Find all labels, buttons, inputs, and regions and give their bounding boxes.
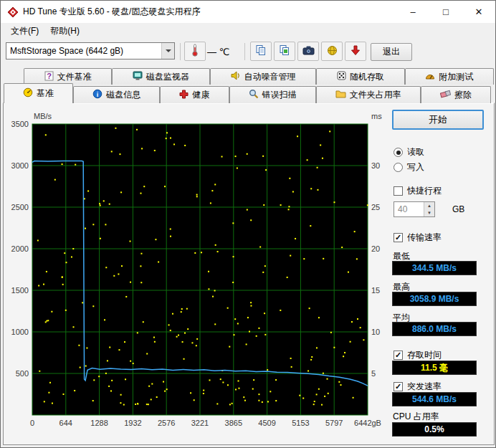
access-time-dot	[356, 258, 358, 259]
tab-erase[interactable]: 擦除	[421, 86, 491, 103]
access-time-dot	[291, 366, 292, 368]
access-time-dot	[259, 247, 261, 248]
menu-help[interactable]: 帮助(H)	[45, 24, 85, 39]
spinner-down-button[interactable]: ▼	[424, 209, 434, 216]
cpu-usage-label: CPU 占用率	[393, 411, 439, 423]
access-time-dot	[238, 388, 239, 389]
minimize-button[interactable]: –	[396, 1, 429, 23]
window-title: HD Tune 专业版 5.60 - 硬盘/固态硬盘实用程序	[23, 6, 200, 18]
access-time-dot	[220, 378, 221, 380]
access-time-dot	[51, 311, 52, 313]
access-time-dot	[170, 138, 171, 139]
access-time-dot	[164, 186, 166, 187]
exit-button[interactable]: 退出	[371, 43, 412, 61]
shortstroke-checkbox[interactable]: 快捷行程	[394, 185, 442, 197]
access-time-dot	[256, 335, 257, 337]
access-time-dot	[252, 389, 254, 390]
update-button[interactable]	[345, 42, 366, 61]
access-time-dot	[124, 341, 125, 343]
start-button[interactable]: 开始	[392, 110, 484, 130]
access-time-dot	[115, 128, 116, 129]
access-time-dot	[65, 262, 67, 263]
access-time-dot	[123, 404, 125, 406]
access-time-dot	[309, 308, 310, 309]
tab-health[interactable]: 健康	[160, 86, 229, 103]
x-axis-tick: 1932	[124, 419, 141, 427]
chart-canvas: MB/sms3500300025002000150010005003025201…	[8, 108, 391, 442]
spinner-up-button[interactable]: ▲	[424, 202, 434, 209]
x-axis-tick: 5797	[325, 419, 343, 427]
access-time-dot	[52, 403, 53, 404]
access-time-dot	[143, 321, 144, 323]
access-time-dot	[246, 343, 247, 345]
access-time-dot	[120, 191, 122, 193]
red-download-arrow-icon	[350, 45, 361, 58]
access-time-dot	[344, 352, 345, 353]
menu-file[interactable]: 文件(F)	[6, 24, 44, 39]
access-time-dot	[262, 401, 263, 403]
tab-extra-tests[interactable]: 附加测试	[405, 68, 494, 85]
access-time-dot	[314, 401, 315, 402]
close-button[interactable]: ✕	[462, 1, 495, 23]
access-time-dot	[307, 370, 309, 371]
access-time-dot	[262, 156, 264, 157]
access-time-dot	[86, 348, 87, 349]
screenshot-button[interactable]	[297, 42, 319, 61]
access-time-dot	[357, 318, 358, 320]
health-cross-icon	[179, 90, 189, 101]
access-time-dot	[105, 373, 107, 374]
shortstroke-size-input[interactable]: 40 ▲ ▼	[394, 201, 435, 217]
access-time-dot	[125, 296, 127, 297]
website-button[interactable]	[321, 42, 343, 61]
temperature-value: — ℃	[207, 47, 229, 57]
access-time-checkbox[interactable]: 存取时间	[394, 349, 442, 361]
access-time-dot	[343, 356, 344, 357]
transfer-rate-checkbox[interactable]: 传输速率	[394, 232, 442, 244]
x-axis-tick: 0	[30, 419, 34, 427]
access-time-dot	[258, 394, 259, 395]
access-time-dot	[62, 284, 64, 285]
drive-select-dropdown[interactable]: MsftStorage Space (6442 gB)	[6, 42, 175, 59]
access-time-dot	[80, 367, 81, 368]
access-time-dot	[212, 296, 214, 297]
access-time-dot	[327, 378, 328, 380]
tab-aam[interactable]: 自动噪音管理	[210, 68, 316, 85]
access-time-dot	[280, 310, 281, 311]
copy-text-button[interactable]	[250, 42, 272, 61]
tab-disk-info[interactable]: i 磁盘信息	[73, 86, 160, 103]
access-time-dot	[340, 384, 341, 386]
right-axis-tick: 20	[371, 244, 380, 253]
disk-monitor-icon	[133, 71, 143, 82]
maximize-button[interactable]: □	[429, 1, 462, 23]
toolbar-separator	[244, 43, 245, 60]
access-time-dot	[182, 341, 183, 343]
access-time-dot	[64, 252, 65, 254]
access-time-dot	[196, 345, 197, 346]
access-time-dot	[107, 360, 108, 361]
drive-select-value: MsftStorage Space (6442 gB)	[6, 46, 161, 56]
copy-image-button[interactable]	[274, 42, 295, 61]
temperature-button[interactable]	[184, 42, 206, 61]
write-radio[interactable]: 写入	[394, 161, 424, 173]
tab-benchmark[interactable]: 基准	[4, 83, 73, 103]
access-time-dot	[137, 404, 138, 405]
tab-error-scan[interactable]: 错误扫描	[229, 86, 316, 103]
tab-disk-monitor[interactable]: 磁盘监视器	[112, 68, 209, 85]
tab-file-benchmark[interactable]: ? 文件基准	[24, 68, 112, 85]
access-time-dot	[140, 282, 142, 283]
access-time-dot	[201, 252, 202, 253]
tab-random-access[interactable]: 随机存取	[316, 68, 404, 85]
burst-rate-checkbox[interactable]: 突发速率	[394, 381, 442, 393]
access-time-dot	[100, 238, 101, 239]
access-time-dot	[137, 332, 138, 333]
checkbox-checked-icon	[394, 351, 403, 360]
access-time-dot	[263, 204, 264, 206]
read-radio[interactable]: 读取	[394, 146, 424, 158]
tab-folder-usage[interactable]: 文件夹占用率	[316, 86, 421, 103]
access-time-dot	[351, 321, 353, 323]
access-time-dot	[360, 327, 361, 328]
chevron-down-icon[interactable]	[161, 43, 174, 59]
access-time-dot	[118, 349, 120, 351]
access-time-dot	[297, 135, 298, 137]
access-time-dot	[119, 153, 120, 155]
